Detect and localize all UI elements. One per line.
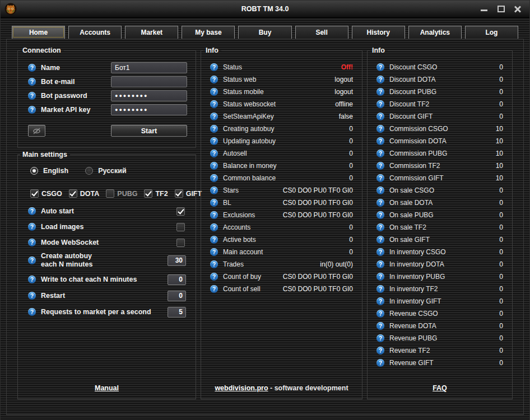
help-icon[interactable]: ? <box>376 100 384 108</box>
tab[interactable]: Analytics <box>408 26 462 39</box>
help-icon[interactable]: ? <box>210 199 218 207</box>
title-bar[interactable]: ROBT TM 34.0 <box>1 1 529 18</box>
setting-checkbox[interactable] <box>176 239 185 247</box>
help-icon[interactable]: ? <box>376 125 384 133</box>
help-icon[interactable]: ? <box>210 113 218 120</box>
help-icon[interactable]: ? <box>210 186 218 194</box>
info-row: ? Stars CS0 DO0 PU0 TF0 GI0 <box>201 184 362 197</box>
show-password-button[interactable] <box>28 125 45 137</box>
help-icon[interactable]: ? <box>376 150 384 157</box>
setting-checkbox[interactable] <box>176 223 185 231</box>
help-icon[interactable]: ? <box>28 308 36 316</box>
help-icon[interactable]: ? <box>210 248 218 256</box>
help-icon[interactable]: ? <box>376 113 384 120</box>
help-icon[interactable]: ? <box>376 88 384 96</box>
game-checkbox[interactable] <box>175 189 183 198</box>
help-icon[interactable]: ? <box>28 276 36 283</box>
help-icon[interactable]: ? <box>376 76 384 83</box>
help-icon[interactable]: ? <box>210 125 218 133</box>
close-icon[interactable] <box>514 5 522 13</box>
help-icon[interactable]: ? <box>210 223 218 231</box>
info-label: Discount GIFT <box>389 113 433 120</box>
help-icon[interactable]: ? <box>376 334 384 342</box>
help-icon[interactable]: ? <box>28 256 36 264</box>
tab[interactable]: Accounts <box>68 26 122 39</box>
help-icon[interactable]: ? <box>376 359 384 367</box>
help-icon[interactable]: ? <box>376 248 384 256</box>
text-input[interactable] <box>111 76 187 87</box>
help-icon[interactable]: ? <box>210 137 218 145</box>
help-icon[interactable]: ? <box>210 63 218 71</box>
info-value: 0 <box>499 310 503 318</box>
info-value: 0 <box>349 137 353 145</box>
help-icon[interactable]: ? <box>376 285 384 293</box>
help-icon[interactable]: ? <box>210 100 218 108</box>
help-icon[interactable]: ? <box>376 347 384 354</box>
minimize-icon[interactable] <box>480 5 488 13</box>
numeric-input[interactable]: 30 <box>168 255 186 266</box>
info-row: ? Status mobile logout <box>201 86 362 98</box>
tab[interactable]: Sell <box>295 26 348 39</box>
help-icon[interactable]: ? <box>210 174 218 182</box>
help-icon[interactable]: ? <box>376 211 384 219</box>
setting-checkbox[interactable] <box>176 207 185 216</box>
numeric-input[interactable]: 0 <box>168 274 186 285</box>
faq-link[interactable]: FAQ <box>433 384 447 392</box>
help-icon[interactable]: ? <box>376 310 384 318</box>
tab[interactable]: Market <box>125 26 178 39</box>
setting-label: Create autobuy each N minutes <box>41 252 92 269</box>
help-icon[interactable]: ? <box>28 239 36 246</box>
radio-button[interactable] <box>85 167 93 175</box>
tab[interactable]: Home <box>12 26 65 39</box>
help-icon[interactable]: ? <box>210 260 218 268</box>
text-input[interactable]: ●●●●●●●● <box>111 90 187 101</box>
text-input[interactable]: Бот1 <box>111 62 187 73</box>
help-icon[interactable]: ? <box>210 162 218 170</box>
radio-button[interactable] <box>30 167 38 175</box>
game-checkbox[interactable] <box>106 189 114 198</box>
help-icon[interactable]: ? <box>376 273 384 281</box>
help-icon[interactable]: ? <box>28 92 36 100</box>
help-icon[interactable]: ? <box>376 186 384 194</box>
info-value: 0 <box>499 199 503 207</box>
help-icon[interactable]: ? <box>376 223 384 231</box>
help-icon[interactable]: ? <box>210 273 218 281</box>
help-icon[interactable]: ? <box>28 106 36 114</box>
help-icon[interactable]: ? <box>210 236 218 244</box>
help-icon[interactable]: ? <box>28 292 36 300</box>
help-icon[interactable]: ? <box>376 199 384 207</box>
help-icon[interactable]: ? <box>210 211 218 219</box>
help-icon[interactable]: ? <box>376 297 384 305</box>
game-checkbox[interactable] <box>69 189 77 198</box>
webdivision-link[interactable]: webdivision.pro <box>215 384 268 392</box>
tab[interactable]: Buy <box>238 26 291 39</box>
help-icon[interactable]: ? <box>376 137 384 145</box>
help-icon[interactable]: ? <box>28 64 36 72</box>
numeric-input[interactable]: 5 <box>168 307 186 318</box>
info-value: 0 <box>349 125 353 133</box>
maximize-icon[interactable] <box>497 5 505 13</box>
help-icon[interactable]: ? <box>376 260 384 268</box>
game-checkbox[interactable] <box>144 189 152 198</box>
help-icon[interactable]: ? <box>376 63 384 71</box>
help-icon[interactable]: ? <box>376 322 384 330</box>
text-input[interactable]: ●●●●●●●● <box>111 104 187 115</box>
help-icon[interactable]: ? <box>210 88 218 96</box>
help-icon[interactable]: ? <box>210 150 218 157</box>
help-icon[interactable]: ? <box>376 236 384 244</box>
help-icon[interactable]: ? <box>210 76 218 83</box>
info-label: On sale PUBG <box>389 211 434 219</box>
help-icon[interactable]: ? <box>28 207 36 215</box>
tab[interactable]: History <box>352 26 405 39</box>
help-icon[interactable]: ? <box>376 174 384 182</box>
help-icon[interactable]: ? <box>376 162 384 170</box>
help-icon[interactable]: ? <box>28 223 36 231</box>
help-icon[interactable]: ? <box>28 78 36 86</box>
help-icon[interactable]: ? <box>210 285 218 293</box>
tab[interactable]: Log <box>465 26 518 39</box>
tab[interactable]: My base <box>182 26 235 39</box>
numeric-input[interactable]: 0 <box>168 291 186 301</box>
manual-link[interactable]: Manual <box>95 384 119 392</box>
game-checkbox[interactable] <box>30 189 39 198</box>
start-button[interactable]: Start <box>111 125 187 137</box>
